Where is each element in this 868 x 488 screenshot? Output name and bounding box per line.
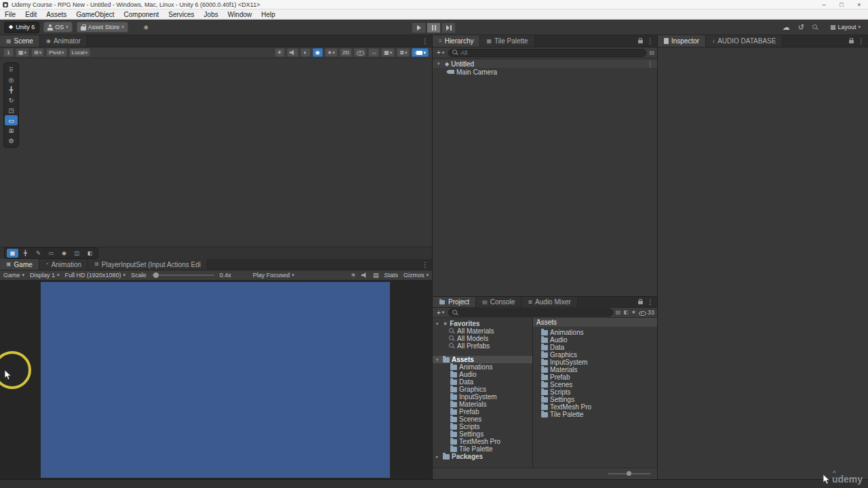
vsync-sun-icon[interactable]: ☀ bbox=[351, 272, 356, 279]
display-dropdown[interactable]: Display 1▾ bbox=[30, 272, 60, 279]
scene-menu-icon[interactable]: ⋮ bbox=[647, 60, 654, 68]
favorites-filter-icon[interactable]: ★ bbox=[631, 310, 636, 315]
list-item[interactable]: Scripts bbox=[533, 388, 657, 396]
lock-icon[interactable] bbox=[849, 40, 854, 43]
label-filter-icon[interactable]: ◧ bbox=[623, 310, 629, 315]
grid-size-button[interactable]: 1 bbox=[3, 48, 14, 57]
tile-move-tool-button[interactable]: ╋ bbox=[20, 249, 31, 258]
scene-camera-settings-dropdown[interactable]: ▾ bbox=[412, 48, 429, 57]
tree-folder[interactable]: Scenes bbox=[433, 415, 532, 423]
menu-file[interactable]: File bbox=[0, 11, 20, 18]
hierarchy-item-main-camera[interactable]: Main Camera bbox=[433, 68, 657, 76]
hidden-items-count[interactable]: 33 bbox=[639, 309, 654, 316]
cloud-icon[interactable]: ☁ bbox=[783, 23, 790, 32]
tab-audio-mixer[interactable]: ≣ Audio Mixer bbox=[521, 297, 578, 307]
rotate-tool-button[interactable]: ↻ bbox=[5, 95, 18, 105]
tree-all-models[interactable]: All Models bbox=[433, 335, 532, 342]
game-target-dropdown[interactable]: Game▾ bbox=[3, 272, 24, 279]
list-item[interactable]: Graphics bbox=[533, 351, 657, 359]
list-item[interactable]: InputSystem bbox=[533, 359, 657, 366]
list-item[interactable]: Animations bbox=[533, 329, 657, 336]
tree-folder[interactable]: Prefab bbox=[433, 408, 532, 415]
tab-hierarchy[interactable]: ≡ Hierarchy bbox=[433, 35, 480, 47]
game-viewport[interactable] bbox=[0, 281, 432, 479]
project-search-box[interactable] bbox=[448, 308, 612, 317]
type-filter-icon[interactable]: ▤ bbox=[616, 310, 621, 315]
menu-gameobject[interactable]: GameObject bbox=[71, 11, 119, 18]
tab-project[interactable]: Project bbox=[433, 297, 476, 307]
lock-icon[interactable] bbox=[638, 301, 643, 304]
tile-box-tool-button[interactable]: ▭ bbox=[45, 249, 57, 258]
search-options-icon[interactable]: ▤ bbox=[649, 50, 654, 56]
list-item[interactable]: Materials bbox=[533, 366, 657, 373]
paw-icon[interactable]: ∗ bbox=[143, 23, 149, 32]
panel-menu-icon[interactable]: ⋮ bbox=[422, 261, 429, 268]
menu-component[interactable]: Component bbox=[119, 11, 164, 18]
pause-button[interactable] bbox=[427, 22, 441, 33]
handle-space-dropdown[interactable]: Local ▾ bbox=[69, 48, 91, 57]
effects-dropdown[interactable]: ∗ ▾ bbox=[325, 48, 338, 57]
asset-zoom-slider[interactable] bbox=[608, 473, 650, 474]
mode-2d-toggle[interactable]: 2D bbox=[340, 48, 352, 57]
scene-viewport[interactable]: ⠿ ◎ ╋ ↻ ◳ ▭ ⊞ ⚙ bbox=[0, 58, 432, 247]
tree-folder[interactable]: Data bbox=[433, 378, 532, 386]
tile-brush-tool-button[interactable]: ✎ bbox=[33, 249, 44, 258]
tools-overlay-handle[interactable]: ⠿ bbox=[5, 64, 18, 75]
draw-mode-dropdown[interactable]: ◐ bbox=[300, 48, 311, 57]
tree-all-materials[interactable]: All Materials bbox=[433, 327, 532, 335]
scale-slider[interactable] bbox=[152, 274, 214, 276]
gizmos-dropdown[interactable]: Gizmos▾ bbox=[403, 272, 429, 279]
history-icon[interactable]: ↺ bbox=[798, 23, 804, 32]
tree-packages[interactable]: ▸ Packages bbox=[433, 453, 532, 460]
metrics-icon[interactable]: ▤ bbox=[373, 272, 379, 279]
minimize-button[interactable]: – bbox=[815, 0, 833, 9]
resolution-dropdown[interactable]: Full HD (1920x1080)▾ bbox=[65, 272, 126, 279]
tree-folder[interactable]: Audio bbox=[433, 371, 532, 378]
scene-root-row[interactable]: ▾ ◆ Untitled ⋮ bbox=[433, 60, 657, 68]
account-dropdown[interactable]: OS ▾ bbox=[43, 22, 73, 33]
tab-audio-database[interactable]: ♪ AUDIO DATABASE bbox=[706, 35, 783, 47]
step-button[interactable] bbox=[441, 22, 456, 33]
maximize-button[interactable]: □ bbox=[833, 0, 850, 9]
list-item[interactable]: Tile Palette bbox=[533, 411, 657, 418]
menu-jobs[interactable]: Jobs bbox=[199, 11, 223, 18]
list-item[interactable]: Prefab bbox=[533, 373, 657, 381]
layers-dropdown[interactable]: ≣ ▾ bbox=[397, 48, 410, 57]
tab-input-actions[interactable]: ⊞ PlayerInputSet (Input Actions Edi bbox=[88, 259, 208, 270]
panel-menu-icon[interactable]: ⋮ bbox=[422, 37, 429, 45]
tile-fill-tool-button[interactable]: ◧ bbox=[84, 249, 96, 258]
pivot-dropdown[interactable]: Pivot ▾ bbox=[46, 48, 66, 57]
scene-lighting-toggle[interactable]: ☀ bbox=[275, 48, 285, 57]
scene-visibility-toggle[interactable] bbox=[354, 48, 366, 57]
tree-assets[interactable]: ▾ Assets bbox=[433, 356, 532, 363]
play-button[interactable] bbox=[412, 22, 426, 33]
mute-audio-icon[interactable] bbox=[361, 272, 368, 278]
menu-window[interactable]: Window bbox=[223, 11, 257, 18]
focus-mode-dropdown[interactable]: Play Focused▾ bbox=[253, 272, 294, 279]
list-item[interactable]: Settings bbox=[533, 396, 657, 403]
tree-folder[interactable]: InputSystem bbox=[433, 393, 532, 401]
create-object-dropdown[interactable]: +▾ bbox=[435, 49, 446, 56]
menu-services[interactable]: Services bbox=[163, 11, 199, 18]
panel-menu-icon[interactable]: ⋮ bbox=[647, 298, 654, 306]
search-icon[interactable] bbox=[812, 24, 818, 30]
tree-folder[interactable]: Scripts bbox=[433, 423, 532, 430]
menu-help[interactable]: Help bbox=[256, 11, 280, 18]
tab-inspector[interactable]: Inspector bbox=[658, 35, 706, 47]
measure-tool-button[interactable]: ↔ bbox=[368, 48, 379, 57]
create-asset-dropdown[interactable]: +▾ bbox=[435, 309, 446, 317]
foldout-open-icon[interactable]: ▾ bbox=[437, 61, 443, 66]
project-search-input[interactable] bbox=[460, 309, 608, 316]
grid-visibility-dropdown[interactable]: ▦ ▾ bbox=[16, 48, 29, 57]
menu-edit[interactable]: Edit bbox=[20, 11, 41, 18]
tile-eraser-tool-button[interactable]: ◫ bbox=[71, 249, 83, 258]
scale-tool-button[interactable]: ◳ bbox=[5, 105, 18, 115]
tree-folder[interactable]: TextMesh Pro bbox=[433, 438, 532, 445]
tree-favorites[interactable]: ▾ ★ Favorites bbox=[433, 320, 532, 327]
list-item[interactable]: TextMesh Pro bbox=[533, 403, 657, 411]
tree-folder[interactable]: Graphics bbox=[433, 386, 532, 393]
grid-overlay-dropdown[interactable]: ▦ ▾ bbox=[381, 48, 395, 57]
custom-tools-button[interactable]: ⚙ bbox=[5, 136, 18, 146]
tree-folder[interactable]: Settings bbox=[433, 430, 532, 438]
tab-scene[interactable]: ▦ Scene bbox=[0, 35, 40, 47]
